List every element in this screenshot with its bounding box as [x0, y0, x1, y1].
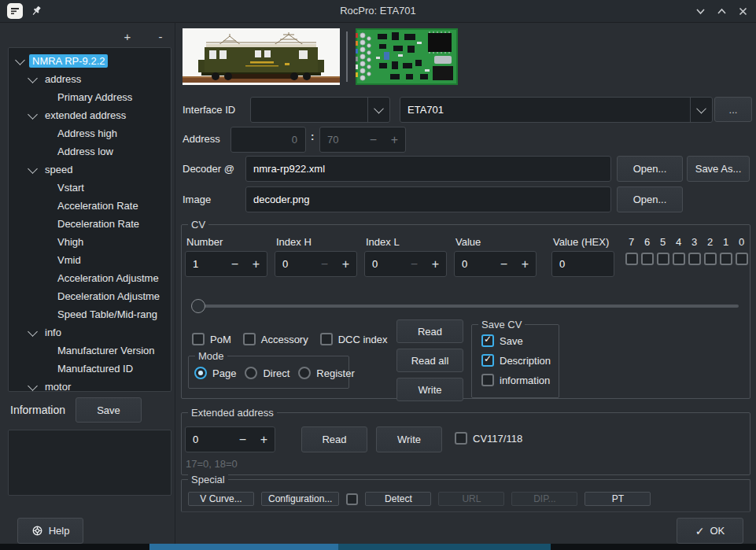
tree-item[interactable]: Acceleration Adjustme — [9, 269, 171, 287]
tree-item[interactable]: Address low — [9, 142, 171, 161]
mode-radio[interactable]: Direct — [245, 367, 289, 379]
cv-bit-checkbox[interactable] — [736, 253, 748, 265]
chevron-down-icon[interactable] — [15, 55, 25, 65]
cv-tree[interactable]: NMRA RP-9.2.2 address Primary Address ex… — [8, 47, 171, 392]
tree-item[interactable]: Vhigh — [9, 233, 171, 251]
tree-item[interactable]: Vstart — [9, 179, 171, 197]
cv117-118-checkbox[interactable]: CV117/118 — [455, 432, 522, 445]
special-button[interactable]: Configuration... — [261, 492, 339, 506]
chevron-down-icon[interactable] — [28, 164, 38, 174]
tree-item[interactable]: info — [9, 323, 171, 341]
checkbox-icon[interactable] — [481, 374, 494, 386]
checkbox-icon[interactable] — [320, 333, 333, 345]
plus-button[interactable] — [253, 433, 275, 447]
chevron-down-icon[interactable] — [367, 98, 389, 122]
tree-item[interactable]: Speed Table/Mid-rang — [9, 305, 171, 323]
special-button[interactable]: V Curve... — [188, 492, 254, 506]
tree-item[interactable]: Deceleration Rate — [9, 215, 171, 233]
checkbox-icon[interactable] — [455, 432, 467, 445]
chevron-down-icon[interactable] — [28, 73, 38, 83]
special-button[interactable]: PT — [585, 492, 651, 506]
cv-option-checkbox[interactable]: PoM — [192, 333, 231, 345]
chevron-down-icon[interactable] — [28, 327, 38, 337]
save-button[interactable]: Save — [76, 397, 142, 423]
value-hex-input[interactable] — [552, 258, 614, 270]
decoder-file-input[interactable] — [246, 163, 610, 175]
cv-bit-checkbox[interactable] — [641, 253, 654, 265]
cv-spinbox[interactable]: 0 — [454, 251, 537, 277]
special-checkbox[interactable] — [346, 493, 358, 505]
special-button[interactable]: URL — [438, 492, 504, 506]
tree-item[interactable]: motor — [9, 378, 171, 392]
help-button[interactable]: Help — [17, 518, 83, 544]
cv-option-checkbox[interactable]: DCC index — [320, 333, 388, 345]
cv-bit-checkbox[interactable] — [673, 253, 685, 265]
chevron-down-icon[interactable] — [690, 98, 712, 122]
checkbox-icon[interactable] — [243, 333, 256, 345]
cv-spinbox[interactable]: 0 — [275, 251, 357, 277]
radio-icon[interactable] — [298, 367, 311, 379]
tree-item[interactable]: address — [9, 70, 171, 88]
minus-button[interactable] — [404, 257, 425, 271]
extended-address-spinbox[interactable]: 0 — [185, 426, 275, 452]
tree-item[interactable]: Vmid — [9, 251, 171, 269]
plus-button[interactable] — [335, 257, 356, 271]
slider-track[interactable] — [193, 305, 739, 308]
save-cv-checkbox[interactable]: Save — [481, 334, 559, 347]
ok-button[interactable]: ✓ OK — [677, 518, 743, 544]
splitter-handle[interactable] — [175, 22, 175, 544]
minus-button[interactable] — [232, 433, 253, 447]
tree-item[interactable]: NMRA RP-9.2.2 — [9, 52, 171, 70]
image-file-input[interactable] — [246, 194, 610, 205]
minus-button[interactable] — [314, 257, 335, 271]
cv-action-button[interactable]: Write — [396, 378, 463, 401]
decoder-save-as-button[interactable]: Save As... — [687, 156, 750, 182]
cv-value-slider[interactable] — [191, 298, 740, 314]
special-button[interactable]: DIP... — [511, 492, 577, 506]
chevron-down-icon[interactable] — [28, 109, 38, 120]
cv-bit-checkbox[interactable] — [625, 253, 638, 265]
cv-option-checkbox[interactable]: Accessory — [243, 333, 308, 345]
tree-collapse-button[interactable]: - — [153, 30, 168, 43]
extended-read-button[interactable]: Read — [301, 426, 367, 452]
mode-radio[interactable]: Page — [194, 367, 236, 379]
tree-item[interactable]: Manufacturer Version — [9, 341, 171, 360]
radio-icon[interactable] — [194, 367, 207, 379]
more-button[interactable]: ... — [714, 97, 752, 122]
mode-radio[interactable]: Register — [298, 367, 354, 379]
tree-item[interactable]: Deceleration Adjustme — [9, 287, 171, 305]
minus-button[interactable] — [224, 257, 245, 271]
tree-item[interactable]: Acceleration Rate — [9, 197, 171, 215]
tree-item[interactable]: Address high — [9, 124, 171, 142]
chevron-down-icon[interactable] — [28, 381, 38, 391]
slider-handle[interactable] — [191, 299, 205, 313]
radio-icon[interactable] — [245, 367, 257, 379]
image-open-button[interactable]: Open... — [617, 186, 683, 212]
decoder-open-button[interactable]: Open... — [617, 156, 683, 182]
tree-item[interactable]: Primary Address — [9, 88, 171, 106]
save-cv-checkbox[interactable]: Description — [481, 354, 559, 367]
interface-id-combobox[interactable] — [250, 97, 390, 123]
save-cv-checkbox[interactable]: information — [481, 374, 559, 386]
decoder-select-combobox[interactable]: ETA701 — [400, 97, 713, 123]
minus-button[interactable] — [493, 257, 514, 271]
cv-bit-checkbox[interactable] — [704, 253, 717, 265]
close-icon[interactable] — [738, 6, 748, 17]
cv-bit-checkbox[interactable] — [688, 253, 701, 265]
checkbox-icon[interactable] — [481, 334, 494, 347]
special-button[interactable]: Detect — [365, 492, 431, 506]
cv-spinbox[interactable]: 0 — [364, 251, 447, 277]
titlebar[interactable]: RocPro: ETA701 — [0, 0, 756, 23]
shade-icon[interactable] — [695, 6, 706, 17]
cv-action-button[interactable]: Read — [396, 319, 463, 343]
information-textarea[interactable] — [8, 430, 171, 496]
cv-bit-checkbox[interactable] — [657, 253, 669, 265]
cv-spinbox[interactable]: 1 — [185, 251, 267, 277]
maximize-icon[interactable] — [717, 6, 727, 17]
tree-expand-button[interactable]: + — [120, 30, 135, 43]
checkbox-icon[interactable] — [481, 354, 494, 367]
plus-button[interactable] — [514, 257, 536, 271]
tree-item[interactable]: Manufactured ID — [9, 360, 171, 378]
plus-button[interactable] — [245, 257, 267, 271]
tree-item[interactable]: extended address — [9, 106, 171, 124]
